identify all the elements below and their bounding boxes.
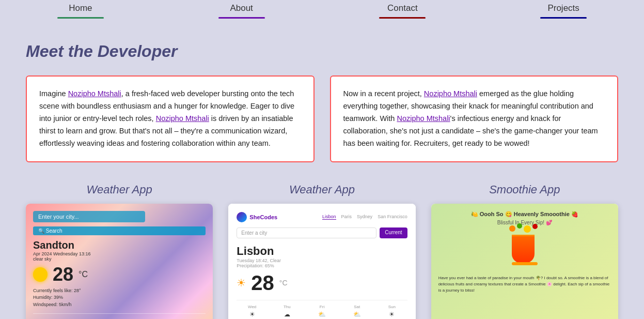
nav-projects-underline	[540, 17, 587, 19]
bio1-name2[interactable]: Nozipho Mtshali	[156, 114, 209, 123]
project-weather2-title: Weather App	[289, 183, 355, 196]
main-content: Meet the Developer Imagine Nozipho Mtsha…	[0, 21, 644, 319]
weather2-nav-paris[interactable]: Paris	[341, 214, 352, 220]
project-weather1-preview: Enter your city... 🔍 Search Sandton Apr …	[26, 204, 213, 319]
nav-contact-underline	[379, 17, 426, 19]
weather1-wind: Windspeed: 5km/h	[33, 301, 206, 309]
weather2-current-button[interactable]: Current	[380, 227, 407, 238]
weather1-app: Enter your city... 🔍 Search Sandton Apr …	[26, 204, 213, 319]
weather2-city: Lisbon	[237, 245, 407, 258]
project-weather2-preview: SheCodes Lisbon Paris Sydney San Francis…	[228, 204, 415, 319]
weather1-search-input: Enter your city...	[33, 211, 145, 222]
weather2-day-3: Sat ⛅ 14°C	[341, 305, 372, 319]
weather2-day4-name: Sun	[376, 305, 407, 309]
nav-projects-label: Projects	[547, 3, 579, 16]
weather1-feels-like: Currently feels like: 28°	[33, 287, 206, 295]
weather2-day3-icon: ⛅	[341, 311, 372, 318]
bio2-name1[interactable]: Nozipho Mtshali	[424, 89, 477, 98]
weather2-logo-text: SheCodes	[249, 214, 277, 220]
bio1-name1[interactable]: Nozipho Mtshali	[68, 89, 121, 98]
weather2-day-1: Thu ☁ 21°C	[272, 305, 303, 319]
nav-about-underline	[218, 17, 265, 19]
weather2-temp-row: ☀ 28°C	[237, 271, 407, 295]
weather2-day1-icon: ☁	[272, 311, 303, 318]
weather1-search-button[interactable]: 🔍 Search	[33, 226, 206, 235]
nav-projects[interactable]: Projects	[532, 3, 594, 21]
section-title: Meet the Developer	[26, 42, 618, 61]
weather1-condition: clear sky	[33, 256, 206, 262]
weather2-header: SheCodes Lisbon Paris Sydney San Francis…	[237, 212, 407, 222]
weather2-day3-name: Sat	[341, 305, 372, 309]
project-weather1: Weather App Enter your city... 🔍 Search …	[26, 183, 213, 319]
weather1-sun-icon	[33, 267, 48, 282]
weather2-app: SheCodes Lisbon Paris Sydney San Francis…	[228, 204, 415, 319]
bio1-text-before: Imagine	[39, 89, 68, 98]
weather2-search-row: Enter a city Current	[237, 227, 407, 238]
smoothie-header: 🍋 Oooh So 😋 Heavenly Smooothie 🍓	[438, 211, 611, 218]
weather2-search-input[interactable]: Enter a city	[237, 227, 376, 238]
weather2-day-2: Fri ⛅ 16°C	[307, 305, 338, 319]
smoothie-image	[438, 230, 611, 271]
weather2-day0-name: Wed	[237, 305, 268, 309]
weather2-nav-sf[interactable]: San Francisco	[378, 214, 407, 220]
project-weather2: Weather App SheCodes Lisbon Paris Sydney…	[228, 183, 415, 319]
weather1-city: Sandton	[33, 239, 206, 251]
bio2-name2[interactable]: Nozipho Mtshali	[397, 114, 450, 123]
weather2-nav-sydney[interactable]: Sydney	[357, 214, 372, 220]
weather2-precipitation: Precipitation: 65%	[237, 263, 407, 268]
nav-contact-label: Contact	[387, 3, 418, 16]
bio2-text-before: Now in a recent project,	[343, 89, 424, 98]
projects-row: Weather App Enter your city... 🔍 Search …	[26, 183, 618, 319]
weather1-forecast: Wed 29° 18° Thurs 29° 18° Fri 26°	[33, 313, 206, 319]
project-smoothie-preview: 🍋 Oooh So 😋 Heavenly Smooothie 🍓 Blissfu…	[431, 204, 618, 319]
nav-about[interactable]: About	[211, 3, 273, 21]
weather2-temp: 28	[251, 271, 274, 295]
nav-home[interactable]: Home	[50, 3, 112, 21]
weather1-date: Apr 2024 Wednesday 13:16	[33, 251, 206, 256]
weather2-day0-icon: ☀	[237, 311, 268, 318]
weather2-day2-name: Fri	[307, 305, 338, 309]
weather2-date: Tuesday 18:42, Clear	[237, 258, 407, 263]
bio-card-2: Now in a recent project, Nozipho Mtshali…	[330, 75, 619, 162]
weather2-sun-icon: ☀	[237, 277, 246, 289]
project-weather1-title: Weather App	[87, 183, 152, 196]
weather2-unit: °C	[279, 279, 288, 287]
smoothie-app: 🍋 Oooh So 😋 Heavenly Smooothie 🍓 Blissfu…	[431, 204, 618, 319]
weather2-day4-icon: ☀	[376, 311, 407, 318]
weather2-forecast: Wed ☀ 28°C Thu ☁ 21°C Fri ⛅ 16°C	[237, 300, 407, 319]
nav-home-underline	[57, 17, 104, 19]
project-smoothie-title: Smoothie App	[489, 183, 560, 196]
weather2-day2-icon: ⛅	[307, 311, 338, 318]
bio-card-1: Imagine Nozipho Mtshali, a fresh-faced w…	[26, 75, 315, 162]
shecodes-logo-icon	[237, 212, 247, 222]
weather1-temp: 28	[53, 264, 73, 285]
smoothie-subtitle: Blissful In Every Sip! 💕	[438, 220, 611, 225]
smoothie-body-text: Have you ever had a taste of paradise in…	[438, 275, 611, 294]
weather1-temp-row: 28 °C	[33, 264, 206, 285]
weather2-day1-name: Thu	[272, 305, 303, 309]
nav-contact[interactable]: Contact	[371, 3, 433, 21]
weather2-nav-lisbon[interactable]: Lisbon	[322, 214, 336, 220]
weather2-nav: Lisbon Paris Sydney San Francisco	[322, 214, 407, 220]
navigation: Home About Contact Projects	[0, 0, 644, 21]
weather1-humidity: Humidity: 39%	[33, 294, 206, 301]
weather2-day-4: Sun ☀ 19°C	[376, 305, 407, 319]
project-smoothie: Smoothie App 🍋 Oooh So 😋 Heavenly Smooot…	[431, 183, 618, 319]
weather2-logo: SheCodes	[237, 212, 277, 222]
bio-cards: Imagine Nozipho Mtshali, a fresh-faced w…	[26, 75, 618, 162]
weather2-day-0: Wed ☀ 28°C	[237, 305, 268, 319]
weather1-unit: °C	[78, 270, 88, 279]
nav-home-label: Home	[69, 3, 92, 16]
nav-about-label: About	[230, 3, 253, 16]
